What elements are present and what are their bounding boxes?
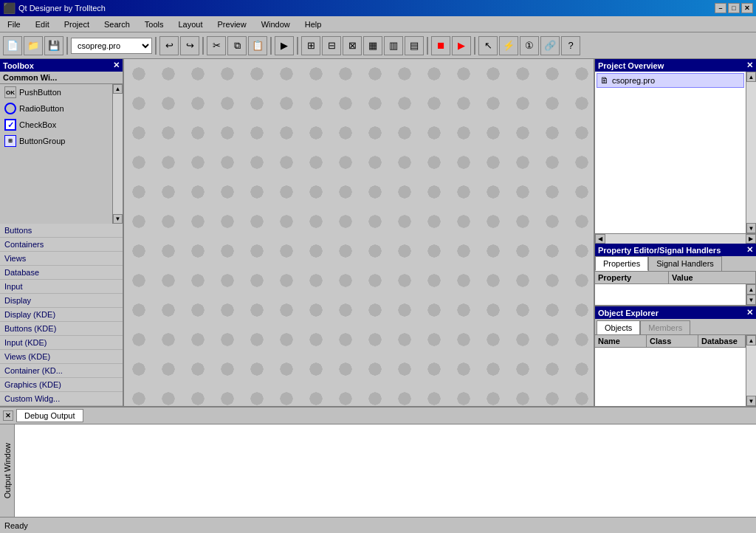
grid-btn6[interactable]: ▤ xyxy=(405,36,424,55)
category-database[interactable]: Database xyxy=(0,266,123,280)
menu-preview[interactable]: Preview xyxy=(213,18,251,30)
toolbox-header: Toolbox ✕ xyxy=(0,59,123,72)
tab-objects[interactable]: Objects xyxy=(597,320,640,334)
menu-window[interactable]: Window xyxy=(257,18,295,30)
run-btn[interactable]: ▶ xyxy=(452,36,471,55)
project-overview-close[interactable]: ✕ xyxy=(746,61,753,70)
menu-layout[interactable]: Layout xyxy=(174,18,207,30)
preview-btn[interactable]: ▶ xyxy=(275,36,294,55)
prop-vscrollbar: ▲ ▼ xyxy=(746,284,756,305)
category-input-kde[interactable]: Input (KDE) xyxy=(0,336,123,350)
title-text: Qt Designer by Trolltech xyxy=(18,4,106,13)
select-btn[interactable]: ↖ xyxy=(478,36,498,55)
category-display[interactable]: Display xyxy=(0,294,123,308)
proj-hscroll-right[interactable]: ▶ xyxy=(746,234,756,244)
menu-file[interactable]: File xyxy=(3,18,25,30)
prop-scroll-down[interactable]: ▼ xyxy=(746,295,756,305)
project-file-item[interactable]: 🗎 csopreg.pro xyxy=(597,73,744,88)
category-containers[interactable]: Containers xyxy=(0,238,123,252)
obj-scroll-up[interactable]: ▲ xyxy=(746,335,756,345)
redo-button[interactable]: ↪ xyxy=(180,36,199,55)
minimize-button[interactable]: – xyxy=(715,3,726,13)
toolbox-item-checkbox[interactable]: ✓ CheckBox xyxy=(0,117,112,133)
category-buttons[interactable]: Buttons xyxy=(0,224,123,238)
toolbox-item-buttongroup[interactable]: ⊞ ButtonGroup xyxy=(0,133,112,149)
obj-scroll-down[interactable]: ▼ xyxy=(746,396,756,406)
title-bar-controls: – □ ✕ xyxy=(715,3,753,13)
category-input[interactable]: Input xyxy=(0,280,123,294)
obj-table: Name Class Database xyxy=(595,335,746,406)
category-graphics-kde[interactable]: Graphics (KDE) xyxy=(0,378,123,392)
project-tree[interactable]: 🗎 csopreg.pro xyxy=(595,72,746,233)
link-btn[interactable]: 🔗 xyxy=(540,36,560,55)
paste-button[interactable]: 📋 xyxy=(248,36,267,55)
tab-members[interactable]: Members xyxy=(640,320,690,334)
toolbox: Toolbox ✕ Common Wi... OK PushButton Rad… xyxy=(0,59,124,406)
toolbox-section-common[interactable]: Common Wi... xyxy=(0,72,123,84)
sep2 xyxy=(155,37,157,55)
project-combo[interactable]: csopreg.pro xyxy=(71,38,152,54)
checkbox-icon: ✓ xyxy=(4,119,16,131)
main-layout: Toolbox ✕ Common Wi... OK PushButton Rad… xyxy=(0,59,756,406)
grid-btn2[interactable]: ⊟ xyxy=(322,36,341,55)
maximize-button[interactable]: □ xyxy=(728,3,740,13)
object-explorer: Object Explorer ✕ Objects Members Name C… xyxy=(595,305,756,406)
property-editor: Property Editor/Signal Handlers ✕ Proper… xyxy=(595,244,756,305)
buttongroup-icon: ⊞ xyxy=(4,135,16,147)
scroll-up[interactable]: ▲ xyxy=(113,84,123,94)
debug-tab[interactable]: Debug Output xyxy=(16,409,83,422)
proj-scroll-up[interactable]: ▲ xyxy=(746,72,756,82)
debug-close[interactable]: ✕ xyxy=(3,410,13,421)
object-explorer-title: Object Explorer xyxy=(598,309,659,317)
category-container-kde[interactable]: Container (KD... xyxy=(0,364,123,378)
cut-button[interactable]: ✂ xyxy=(207,36,226,55)
obj-col-name: Name xyxy=(595,335,647,347)
menu-help[interactable]: Help xyxy=(300,18,326,30)
property-editor-close[interactable]: ✕ xyxy=(746,245,753,255)
category-views[interactable]: Views xyxy=(0,252,123,266)
scroll-down[interactable]: ▼ xyxy=(113,214,123,224)
new-button[interactable]: 📄 xyxy=(3,36,22,55)
sep5 xyxy=(297,37,298,55)
toolbox-item-radiobutton[interactable]: RadioButton xyxy=(0,100,112,117)
tab-signal-handlers[interactable]: Signal Handlers xyxy=(648,256,722,271)
category-buttons-kde[interactable]: Buttons (KDE) xyxy=(0,322,123,336)
stop-btn[interactable]: ⏹ xyxy=(431,36,450,55)
obj-rows xyxy=(595,348,746,406)
grid-btn3[interactable]: ⊠ xyxy=(343,36,362,55)
category-display-kde[interactable]: Display (KDE) xyxy=(0,308,123,322)
output-window-text: Output Window xyxy=(3,443,12,498)
menu-search[interactable]: Search xyxy=(100,18,134,30)
category-custom[interactable]: Custom Widg... xyxy=(0,392,123,406)
help-btn[interactable]: ? xyxy=(561,36,580,55)
prop-scroll-up[interactable]: ▲ xyxy=(746,284,756,295)
proj-hscroll-left[interactable]: ◀ xyxy=(595,234,605,244)
sep4 xyxy=(270,37,272,55)
canvas-area[interactable] xyxy=(124,59,594,406)
connect-btn[interactable]: ⚡ xyxy=(499,36,518,55)
menu-project[interactable]: Project xyxy=(60,18,94,30)
menu-tools[interactable]: Tools xyxy=(140,18,168,30)
open-button[interactable]: 📁 xyxy=(24,36,43,55)
close-button[interactable]: ✕ xyxy=(741,3,753,13)
toolbox-item-pushbutton[interactable]: OK PushButton xyxy=(0,84,112,100)
save-button[interactable]: 💾 xyxy=(44,36,63,55)
category-views-kde[interactable]: Views (KDE) xyxy=(0,350,123,364)
grid-btn5[interactable]: ▥ xyxy=(384,36,403,55)
pushbutton-icon: OK xyxy=(4,86,16,98)
undo-button[interactable]: ↩ xyxy=(159,36,179,55)
property-editor-title: Property Editor/Signal Handlers xyxy=(598,246,721,255)
object-explorer-close[interactable]: ✕ xyxy=(746,308,753,317)
proj-scroll-down[interactable]: ▼ xyxy=(746,223,756,233)
toolbox-items: OK PushButton RadioButton ✓ CheckBox ⊞ B… xyxy=(0,84,112,224)
grid-btn1[interactable]: ⊞ xyxy=(301,36,320,55)
toolbox-close[interactable]: ✕ xyxy=(113,61,120,70)
grid-btn4[interactable]: ▦ xyxy=(363,36,382,55)
scroll-track xyxy=(113,94,123,214)
taborder-btn[interactable]: ① xyxy=(520,36,539,55)
debug-header: ✕ Debug Output xyxy=(0,408,756,424)
copy-button[interactable]: ⧉ xyxy=(227,36,247,55)
menu-edit[interactable]: Edit xyxy=(31,18,54,30)
output-window-label: Output Window xyxy=(0,424,15,517)
tab-properties[interactable]: Properties xyxy=(595,256,648,271)
